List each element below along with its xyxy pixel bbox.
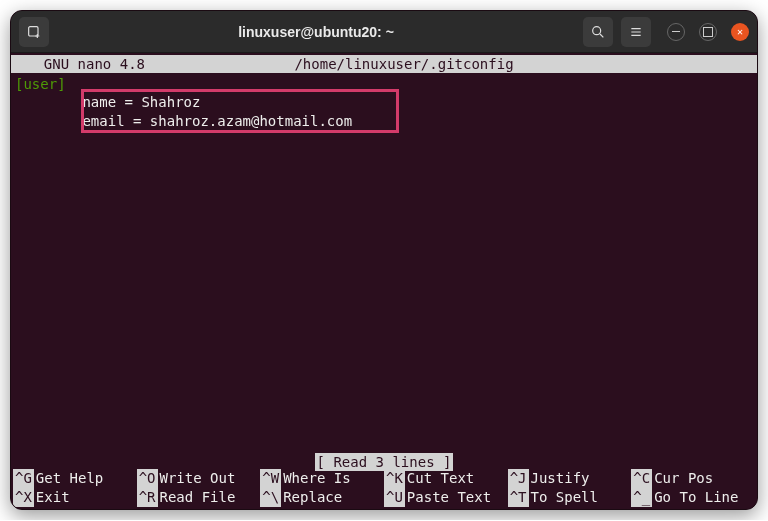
shortcut-write-out: ^O Write Out [137,469,261,488]
menu-button[interactable] [621,17,651,47]
svg-rect-0 [29,26,38,35]
nano-header: GNU nano 4.8 /home/linuxuser/.gitconfig [11,55,757,73]
nano-app-name: GNU nano 4.8 [15,55,145,73]
svg-point-3 [593,26,601,34]
terminal-window: linuxuser@ubuntu20: ~ GNU nano 4.8 /home… [10,10,758,510]
shortcut-cut-text: ^K Cut Text [384,469,508,488]
nano-file-path: /home/linuxuser/.gitconfig [145,55,663,73]
search-button[interactable] [583,17,613,47]
section-header: [user] [15,76,66,92]
config-email-line: email = shahroz.azam@hotmail.com [15,113,352,129]
shortcut-to-spell: ^T To Spell [508,488,632,507]
new-tab-button[interactable] [19,17,49,47]
shortcut-paste-text: ^U Paste Text [384,488,508,507]
window-title: linuxuser@ubuntu20: ~ [57,24,575,40]
shortcut-where-is: ^W Where Is [260,469,384,488]
shortcut-exit: ^X Exit [13,488,137,507]
close-button[interactable] [731,23,749,41]
file-content: [user] name = Shahroz email = shahroz.az… [15,75,753,130]
shortcut-get-help: ^G Get Help [13,469,137,488]
shortcut-replace: ^\ Replace [260,488,384,507]
titlebar: linuxuser@ubuntu20: ~ [11,11,757,53]
shortcut-cur-pos: ^C Cur Pos [631,469,755,488]
maximize-button[interactable] [699,23,717,41]
nano-shortcuts: ^G Get Help ^O Write Out ^W Where Is ^K … [11,469,757,509]
window-controls [667,23,749,41]
config-name-line: name = Shahroz [15,94,200,110]
shortcut-go-to-line: ^_ Go To Line [631,488,755,507]
minimize-button[interactable] [667,23,685,41]
shortcut-read-file: ^R Read File [137,488,261,507]
svg-line-4 [600,34,603,37]
shortcut-justify: ^J Justify [508,469,632,488]
terminal-body[interactable]: GNU nano 4.8 /home/linuxuser/.gitconfig … [11,53,757,509]
